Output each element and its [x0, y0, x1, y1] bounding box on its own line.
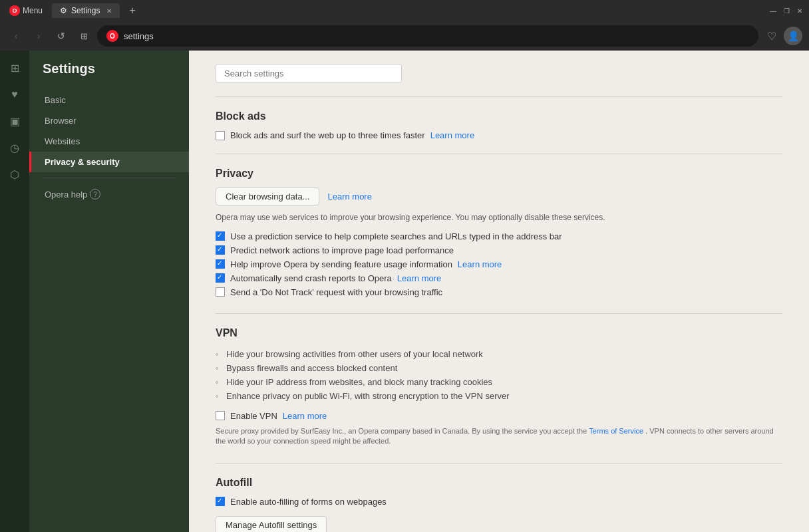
- titlebar: O Menu ⚙ Settings ✕ + — ❐ ✕: [0, 0, 809, 21]
- vpn-enable-row: Enable VPN Learn more: [216, 411, 782, 421]
- settings-sidebar: Settings Basic Browser Websites Privacy …: [29, 51, 189, 532]
- back-button[interactable]: ‹: [7, 27, 25, 45]
- autofill-section: Autofill Enable auto-filling of forms on…: [216, 477, 782, 532]
- menu-button[interactable]: O Menu: [5, 4, 47, 17]
- clear-browsing-data-button[interactable]: Clear browsing data...: [216, 188, 319, 205]
- vpn-feature-0: Hide your browsing activities from other…: [216, 347, 782, 361]
- privacy-checkbox-row-1: Predict network actions to improve page …: [216, 245, 782, 255]
- autofill-enable-row: Enable auto-filling of forms on webpages: [216, 497, 782, 507]
- block-ads-label: Block ads and surf the web up to three t…: [230, 130, 425, 140]
- maximize-button[interactable]: ❐: [782, 7, 790, 15]
- autofill-enable-label: Enable auto-filling of forms on webpages: [230, 497, 387, 507]
- reload-button[interactable]: ↺: [52, 27, 71, 45]
- privacy-checkbox-row-0: Use a prediction service to help complet…: [216, 231, 782, 241]
- addressbar: ‹ › ↺ ⊞ O settings ♡ 👤: [0, 21, 809, 51]
- settings-icon: ⚙: [60, 6, 67, 15]
- sidebar-clock-icon[interactable]: ◷: [3, 136, 27, 160]
- privacy-checkbox-0[interactable]: [216, 231, 225, 241]
- privacy-title: Privacy: [216, 168, 782, 180]
- privacy-label-0: Use a prediction service to help complet…: [230, 231, 562, 241]
- privacy-checkbox-row-4: Send a 'Do Not Track' request with your …: [216, 287, 782, 297]
- tab-close-button[interactable]: ✕: [106, 7, 112, 15]
- privacy-description: Opera may use web services to improve yo…: [216, 212, 782, 223]
- privacy-checkbox-row-2: Help improve Opera by sending feature us…: [216, 259, 782, 269]
- vpn-footnote: Secure proxy provided by SurfEasy Inc., …: [216, 426, 782, 447]
- privacy-checkbox-1[interactable]: [216, 245, 225, 255]
- privacy-label-2: Help improve Opera by sending feature us…: [230, 259, 452, 269]
- sidebar-puzzle-icon[interactable]: ⬡: [3, 162, 27, 186]
- search-input[interactable]: [216, 64, 402, 83]
- sidebar-display-icon[interactable]: ▣: [3, 109, 27, 133]
- help-circle-icon: ?: [90, 189, 100, 200]
- privacy-learn-more-3[interactable]: Learn more: [397, 273, 441, 283]
- menu-label: Menu: [23, 6, 43, 15]
- address-bar[interactable]: O settings: [97, 25, 758, 47]
- block-ads-checkbox[interactable]: [216, 131, 225, 140]
- sidebar-item-privacy[interactable]: Privacy & security: [29, 152, 189, 172]
- vpn-title: VPN: [216, 327, 782, 339]
- address-text: settings: [124, 31, 749, 41]
- vpn-feature-1: Bypass firewalls and access blocked cont…: [216, 361, 782, 375]
- content-divider-3: [216, 313, 782, 314]
- sidebar-apps-icon[interactable]: ⊞: [3, 56, 27, 80]
- privacy-label-1: Predict network actions to improve page …: [230, 245, 454, 255]
- block-ads-section: Block ads Block ads and surf the web up …: [216, 110, 782, 140]
- grid-button[interactable]: ⊞: [75, 27, 93, 45]
- settings-tab[interactable]: ⚙ Settings ✕: [52, 3, 120, 18]
- privacy-label-4: Send a 'Do Not Track' request with your …: [230, 287, 442, 297]
- settings-title: Settings: [29, 61, 189, 90]
- privacy-checkbox-row-3: Automatically send crash reports to Oper…: [216, 273, 782, 283]
- privacy-checkbox-4[interactable]: [216, 287, 225, 297]
- opera-logo: O: [106, 30, 118, 42]
- opera-menu-icon: O: [9, 5, 20, 16]
- main-content: ⊞ ♥ ▣ ◷ ⬡ Settings Basic Browser Website…: [0, 51, 809, 532]
- sidebar-item-help[interactable]: Opera help ?: [29, 184, 189, 205]
- window-controls: — ❐ ✕: [769, 7, 804, 15]
- icon-sidebar: ⊞ ♥ ▣ ◷ ⬡: [0, 51, 29, 532]
- sidebar-item-browser[interactable]: Browser: [29, 110, 189, 131]
- autofill-title: Autofill: [216, 477, 782, 489]
- content-divider-4: [216, 463, 782, 464]
- forward-button[interactable]: ›: [29, 27, 48, 45]
- sidebar-item-basic[interactable]: Basic: [29, 90, 189, 110]
- block-ads-title: Block ads: [216, 110, 782, 122]
- new-tab-button[interactable]: +: [125, 5, 139, 17]
- autofill-enable-checkbox[interactable]: [216, 497, 225, 506]
- help-label: Opera help: [45, 190, 87, 200]
- vpn-footnote-text: Secure proxy provided by SurfEasy Inc., …: [216, 427, 587, 435]
- user-button[interactable]: 👤: [784, 27, 802, 45]
- privacy-checkbox-3[interactable]: [216, 273, 225, 283]
- content-divider-top: [216, 96, 782, 97]
- addressbar-right: ♡ 👤: [762, 27, 802, 45]
- privacy-section: Privacy Clear browsing data... Learn mor…: [216, 168, 782, 297]
- vpn-terms-link[interactable]: Terms of Service: [589, 427, 643, 435]
- close-button[interactable]: ✕: [796, 7, 804, 15]
- vpn-features-list: Hide your browsing activities from other…: [216, 347, 782, 403]
- privacy-learn-more[interactable]: Learn more: [327, 192, 371, 201]
- vpn-enable-label: Enable VPN: [230, 411, 277, 421]
- favorites-button[interactable]: ♡: [762, 27, 781, 45]
- block-ads-learn-more[interactable]: Learn more: [430, 130, 474, 140]
- vpn-section: VPN Hide your browsing activities from o…: [216, 327, 782, 447]
- tab-title: Settings: [71, 6, 100, 15]
- vpn-learn-more[interactable]: Learn more: [283, 411, 327, 421]
- manage-autofill-button[interactable]: Manage Autofill settings: [216, 516, 327, 532]
- block-ads-row: Block ads and surf the web up to three t…: [216, 130, 782, 140]
- minimize-button[interactable]: —: [769, 7, 777, 15]
- vpn-enable-checkbox[interactable]: [216, 411, 225, 420]
- settings-content: Block ads Block ads and surf the web up …: [189, 51, 809, 532]
- vpn-feature-2: Hide your IP address from websites, and …: [216, 375, 782, 389]
- sidebar-divider: [43, 178, 176, 178]
- sidebar-item-websites[interactable]: Websites: [29, 131, 189, 152]
- user-icon: 👤: [788, 31, 799, 41]
- sidebar-heart-icon[interactable]: ♥: [3, 82, 27, 106]
- privacy-label-3: Automatically send crash reports to Oper…: [230, 273, 392, 283]
- vpn-feature-3: Enhance privacy on public Wi-Fi, with st…: [216, 389, 782, 403]
- privacy-learn-more-2[interactable]: Learn more: [458, 259, 502, 269]
- content-divider-2: [216, 154, 782, 154]
- privacy-checkbox-2[interactable]: [216, 259, 225, 269]
